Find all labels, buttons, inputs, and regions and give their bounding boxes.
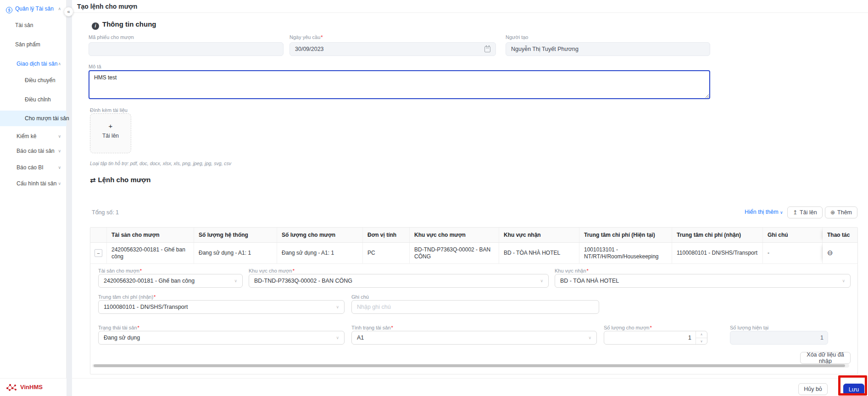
cell-ghi-chu: - [763, 243, 823, 263]
column-header: Trung tâm chi phí (nhận) [672, 228, 763, 242]
sidebar-collapse-button[interactable]: « [64, 7, 73, 17]
cancel-button[interactable]: Hủy bỏ [798, 383, 828, 395]
sidebar-item-dieu-chuyen[interactable]: Điều chuyển [0, 75, 67, 85]
cell-khu-vuc-cho-muon: BD-TND-P7363Q-00002 - BAN CÔNG [410, 243, 499, 263]
trang-thai-select[interactable]: Đang sử dụng ∨ [98, 331, 345, 345]
tai-san-select[interactable]: 2420056320-00181 - Ghế ban công ∨ [98, 274, 243, 288]
sidebar-item-label: Sản phẩm [15, 41, 40, 48]
chevron-up-icon[interactable]: ∧ [58, 59, 61, 69]
tinh-trang-select[interactable]: A1 ∨ [351, 331, 597, 345]
chevron-down-icon[interactable]: ∨ [58, 178, 61, 189]
sidebar-item-label: Tài sản [15, 22, 33, 28]
calendar-icon [484, 46, 490, 52]
chevron-down-icon[interactable]: ∨ [58, 146, 61, 156]
select-chevron-icon: ∨ [540, 279, 543, 283]
field-ngay-yeu-cau: Ngày yêu cầu 30/09/2023 [289, 35, 496, 56]
table-row: − 2420056320-00181 - Ghế ban công Đang s… [90, 243, 857, 264]
general-info-section-title: iThông tin chung [92, 20, 156, 30]
field-label-dinh-kem: Đính kèm tài liệu [90, 108, 128, 113]
sidebar-item-bao-cao-tai-san[interactable]: Báo cáo tài sản ∨ [0, 146, 67, 156]
detail-field-ghi-chu: Ghi chú Nhập ghi chú [351, 295, 599, 314]
stepper-controls: ∧ ∨ [696, 331, 707, 344]
detail-field-tai-san: Tài sản cho mượn 2420056320-00181 - Ghế … [98, 268, 243, 288]
select-chevron-icon: ∨ [588, 335, 591, 340]
sidebar: $Quản lý Tài sản ∧ Tài sản Sản phẩm Giao… [0, 0, 67, 396]
footer-bar [72, 378, 868, 396]
scrollbar-thumb[interactable] [94, 364, 845, 367]
stepper-up-icon[interactable]: ∧ [696, 331, 707, 338]
mo-ta-textarea[interactable]: HMS test [89, 70, 710, 99]
cell-khu-vuc-nhan: BD - TÒA NHÀ HOTEL [499, 243, 579, 263]
sidebar-item-kiem-ke[interactable]: Kiểm kê ∨ [0, 131, 67, 141]
sidebar-item-dieu-chinh[interactable]: Điều chỉnh [0, 95, 67, 105]
swap-icon: ⇄ [90, 176, 96, 184]
ma-phieu-input[interactable] [89, 42, 284, 56]
chevron-down-icon[interactable]: ∨ [58, 131, 61, 141]
collapse-row-button[interactable]: − [95, 249, 102, 257]
ghi-chu-input[interactable]: Nhập ghi chú [351, 300, 599, 314]
column-header: Ghi chú [763, 228, 823, 242]
sidebar-item-san-pham[interactable]: Sản phẩm [0, 39, 67, 50]
detail-field-ttcp-nhan: Trung tâm chi phí (nhận) 1100080101 - DN… [98, 295, 345, 314]
select-chevron-icon: ∨ [336, 335, 339, 340]
upload-icon: ↥ [793, 209, 797, 216]
select-chevron-icon: ∨ [336, 305, 339, 309]
upload-dropzone[interactable]: + Tải lên [90, 113, 131, 153]
khu-vuc-cho-muon-select[interactable]: BD-TND-P7363Q-00002 - BAN CÔNG ∨ [249, 274, 549, 288]
khu-vuc-nhan-select[interactable]: BD - TÒA NHÀ HOTEL ∨ [555, 274, 851, 288]
clear-data-button[interactable]: Xóa dữ liệu đã nhập [800, 352, 851, 364]
horizontal-scrollbar[interactable] [92, 364, 849, 368]
field-ma-phieu: Mã phiếu cho mượn [89, 35, 284, 56]
column-header: Số lượng cho mượn [277, 228, 363, 242]
sidebar-item-label: Cho mượn tài sản [25, 115, 69, 122]
sidebar-footer: VinHMS [0, 378, 67, 396]
brand-name: VinHMS [20, 384, 43, 390]
detail-field-sl-hien-tai: Số lượng hiện tại 1 [730, 325, 828, 345]
sidebar-item-label: Báo cáo BI [17, 164, 44, 171]
save-button[interactable]: Lưu [843, 384, 864, 395]
column-header: Tài sản cho mượn [107, 228, 194, 242]
ttcp-nhan-select[interactable]: 1100080101 - DN/SHS/Transport ∨ [98, 300, 345, 314]
sidebar-item-label: Điều chỉnh [25, 96, 51, 103]
column-header: Số lượng hệ thống [194, 228, 277, 242]
stepper-down-icon[interactable]: ∨ [696, 338, 707, 345]
cell-don-vi-tinh: PC [363, 243, 410, 263]
detail-field-khu-vuc-nhan: Khu vực nhận BD - TÒA NHÀ HOTEL ∨ [555, 268, 851, 288]
show-more-link[interactable]: Hiển thị thêm ∨ [745, 209, 783, 215]
table-header-row: Tài sản cho mượn Số lượng hệ thống Số lư… [90, 228, 857, 243]
chevron-up-icon[interactable]: ∧ [58, 4, 61, 14]
sidebar-item-giao-dich-tai-san[interactable]: Giao dịch tài sản ∧ [0, 59, 67, 69]
upload-button[interactable]: ↥ Tải lên [787, 206, 823, 218]
loan-table: Tài sản cho mượn Số lượng hệ thống Số lư… [90, 227, 858, 374]
asset-management-icon: $ [6, 7, 12, 13]
cell-ttcp-nhan: 1100080101 - DN/SHS/Transport [672, 243, 763, 263]
sidebar-item-cho-muon-tai-san[interactable]: Cho mượn tài sản [0, 111, 67, 126]
nguoi-tao-input[interactable]: Nguyễn Thị Tuyết Phương [506, 42, 710, 56]
column-header: Đơn vị tính [363, 228, 410, 242]
loan-section-title: ⇄Lệnh cho mượn [90, 176, 150, 184]
info-icon: i [92, 22, 99, 30]
sl-hien-tai-input: 1 [730, 331, 828, 345]
sidebar-item-tai-san[interactable]: Tài sản [0, 20, 67, 30]
ngay-yeu-cau-input[interactable]: 30/09/2023 [289, 42, 496, 56]
cell-ttcp-hien-tai: 1001013101 - NT/RT/H/Room/Housekeeping [579, 243, 672, 263]
sidebar-item-quan-ly-tai-san[interactable]: $Quản lý Tài sản ∧ [0, 4, 67, 14]
detail-field-trang-thai: Trạng thái tài sản Đang sử dụng ∨ [98, 325, 345, 345]
remove-row-icon[interactable]: ⊖ [827, 249, 833, 257]
sidebar-item-bao-cao-bi[interactable]: Báo cáo BI ∨ [0, 162, 67, 173]
field-label: Mã phiếu cho mượn [89, 35, 284, 40]
row-detail-panel: Tài sản cho mượn 2420056320-00181 - Ghế … [90, 264, 857, 369]
add-button[interactable]: ⊕ Thêm [825, 206, 857, 218]
sidebar-item-cau-hinh-tai-san[interactable]: Cấu hình tài sản ∨ [0, 178, 67, 189]
plus-icon: + [90, 122, 131, 130]
field-nguoi-tao: Người tạo Nguyễn Thị Tuyết Phương [506, 35, 710, 56]
vinhms-logo-icon [6, 383, 18, 393]
sidebar-item-label: Cấu hình tài sản [17, 180, 56, 187]
select-chevron-icon: ∨ [842, 279, 845, 283]
page-title: Tạo lệnh cho mượn [77, 3, 137, 10]
column-header: Khu vực cho mượn [410, 228, 499, 242]
chevron-down-icon[interactable]: ∨ [58, 162, 61, 173]
sidebar-item-label: Điều chuyển [25, 77, 56, 84]
sl-cho-muon-stepper[interactable]: 1 ∧ ∨ [604, 331, 707, 345]
detail-field-sl-cho-muon: Số lượng cho mượn 1 ∧ ∨ [604, 325, 707, 345]
